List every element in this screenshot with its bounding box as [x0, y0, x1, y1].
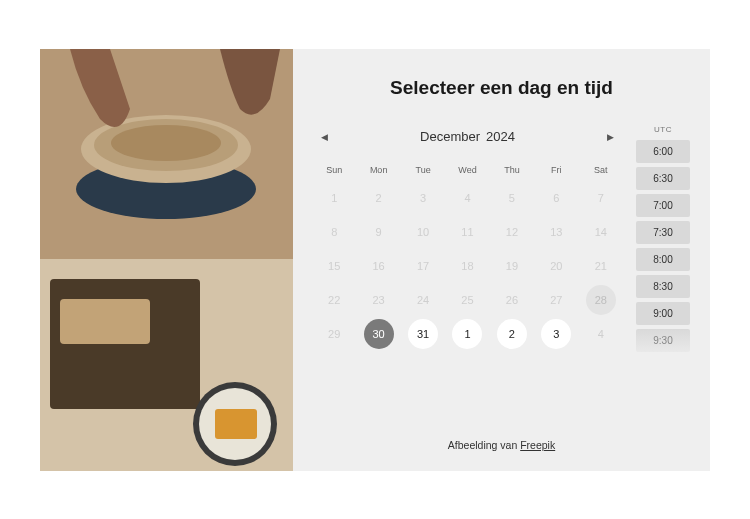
- image-attribution: Afbeelding van Freepik: [313, 439, 690, 451]
- attribution-link[interactable]: Freepik: [520, 439, 555, 451]
- calendar-day: 3: [408, 183, 438, 213]
- calendar-day: 6: [541, 183, 571, 213]
- calendar-day: 9: [364, 217, 394, 247]
- month-label: December: [420, 129, 480, 144]
- calendar-day: 26: [497, 285, 527, 315]
- calendar-day: 25: [452, 285, 482, 315]
- calendar: ◀ December2024 ▶ SunMonTueWedThuFriSat 1…: [313, 125, 622, 421]
- time-slot[interactable]: 9:30: [636, 329, 690, 352]
- calendar-day: 19: [497, 251, 527, 281]
- calendar-day: 18: [452, 251, 482, 281]
- time-slot[interactable]: 7:00: [636, 194, 690, 217]
- calendar-day[interactable]: 30: [364, 319, 394, 349]
- calendar-day: 16: [364, 251, 394, 281]
- calendar-week: 15161718192021: [313, 249, 622, 283]
- calendar-header: ◀ December2024 ▶: [313, 125, 622, 149]
- time-slot[interactable]: 8:30: [636, 275, 690, 298]
- calendar-day: 12: [497, 217, 527, 247]
- calendar-day: 4: [452, 183, 482, 213]
- calendar-week: 1234567: [313, 181, 622, 215]
- svg-rect-10: [215, 409, 257, 439]
- year-label: 2024: [486, 129, 515, 144]
- svg-rect-3: [60, 299, 150, 344]
- calendar-day: 23: [364, 285, 394, 315]
- time-slot-list: 6:006:307:007:308:008:309:009:30: [636, 140, 690, 356]
- weekday-label: Thu: [491, 161, 533, 181]
- attribution-prefix: Afbeelding van: [448, 439, 520, 451]
- calendar-day: 2: [364, 183, 394, 213]
- calendar-day[interactable]: 3: [541, 319, 571, 349]
- time-slot[interactable]: 6:30: [636, 167, 690, 190]
- time-slot[interactable]: 9:00: [636, 302, 690, 325]
- calendar-week: 891011121314: [313, 215, 622, 249]
- calendar-day[interactable]: 28: [586, 285, 616, 315]
- weekday-label: Sun: [313, 161, 355, 181]
- calendar-day: 8: [319, 217, 349, 247]
- picker-panel: Selecteer een dag en tijd ◀ December2024…: [293, 49, 710, 471]
- calendar-day: 10: [408, 217, 438, 247]
- time-slot[interactable]: 7:30: [636, 221, 690, 244]
- calendar-day[interactable]: 2: [497, 319, 527, 349]
- calendar-day: 11: [452, 217, 482, 247]
- calendar-day: 20: [541, 251, 571, 281]
- calendar-day: 17: [408, 251, 438, 281]
- page-title: Selecteer een dag en tijd: [313, 77, 690, 99]
- calendar-day: 15: [319, 251, 349, 281]
- calendar-day: 29: [319, 319, 349, 349]
- calendar-day: 7: [586, 183, 616, 213]
- calendar-day[interactable]: 1: [452, 319, 482, 349]
- calendar-day: 22: [319, 285, 349, 315]
- calendar-week: 2930311234: [313, 317, 622, 351]
- month-year-label: December2024: [420, 129, 515, 144]
- weekday-label: Sat: [580, 161, 622, 181]
- calendar-day[interactable]: 31: [408, 319, 438, 349]
- weekday-label: Fri: [535, 161, 577, 181]
- calendar-week: 22232425262728: [313, 283, 622, 317]
- booking-widget: Selecteer een dag en tijd ◀ December2024…: [40, 49, 710, 471]
- time-slot[interactable]: 6:00: [636, 140, 690, 163]
- calendar-day: 1: [319, 183, 349, 213]
- time-slot[interactable]: 8:00: [636, 248, 690, 271]
- svg-point-7: [111, 125, 221, 161]
- calendar-day: 13: [541, 217, 571, 247]
- calendar-grid: 1234567891011121314151617181920212223242…: [313, 181, 622, 351]
- weekday-label: Mon: [357, 161, 399, 181]
- calendar-day: 21: [586, 251, 616, 281]
- calendar-day: 5: [497, 183, 527, 213]
- calendar-day: 27: [541, 285, 571, 315]
- hero-image: [40, 49, 293, 471]
- weekday-label: Wed: [446, 161, 488, 181]
- time-slots-column: UTC 6:006:307:007:308:008:309:009:30: [636, 125, 690, 421]
- picker-row: ◀ December2024 ▶ SunMonTueWedThuFriSat 1…: [313, 125, 690, 421]
- weekday-header: SunMonTueWedThuFriSat: [313, 161, 622, 181]
- timezone-label: UTC: [636, 125, 690, 134]
- calendar-day: 14: [586, 217, 616, 247]
- calendar-day: 24: [408, 285, 438, 315]
- weekday-label: Tue: [402, 161, 444, 181]
- next-month-button[interactable]: ▶: [603, 128, 618, 146]
- prev-month-button[interactable]: ◀: [317, 128, 332, 146]
- calendar-day: 4: [586, 319, 616, 349]
